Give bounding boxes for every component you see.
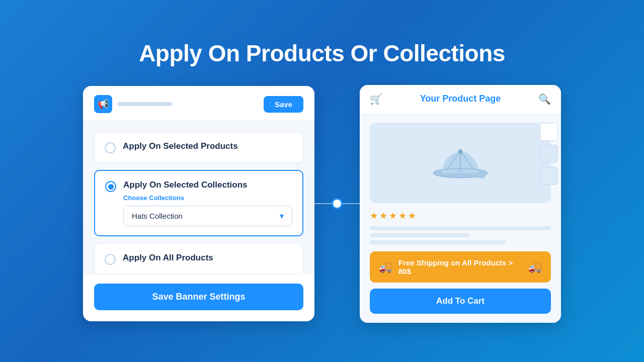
truck-icon-right: 🚚 <box>528 260 542 274</box>
radio-inner-3: Apply On All Products <box>123 253 293 263</box>
content-line-1 <box>370 226 551 230</box>
option-all-products[interactable]: Apply On All Products <box>94 243 303 275</box>
header-left: 📢 <box>94 95 173 113</box>
star-4: ★ <box>398 210 407 221</box>
right-card: 🛒 Your Product Page 🔍 <box>360 85 561 323</box>
chevron-down-icon: ▾ <box>280 211 284 221</box>
product-thumbnails <box>540 123 558 185</box>
connector-dot <box>332 198 343 209</box>
cards-container: 📢 Save Apply On Selected Products Apply … <box>83 85 561 323</box>
header-icon-box: 📢 <box>94 95 112 113</box>
shipping-text: Free Shipping on All Products > 80$ <box>398 258 522 276</box>
option-label-2: Apply On Selected Collections <box>123 180 248 190</box>
stars-row: ★ ★ ★ ★ ★ <box>370 210 551 221</box>
radio-inner-1: Apply On Selected Products <box>123 141 293 151</box>
radio-unselected-3[interactable] <box>105 254 116 265</box>
save-button[interactable]: Save <box>264 96 303 113</box>
content-lines <box>370 226 551 244</box>
thumbnail-3[interactable] <box>540 167 558 185</box>
option-label-1: Apply On Selected Products <box>123 141 238 151</box>
header-line <box>117 102 173 106</box>
svg-point-1 <box>458 149 462 154</box>
card-header: 📢 Save <box>83 86 314 121</box>
option-selected-collections[interactable]: Apply On Selected Collections Choose Col… <box>94 170 303 236</box>
radio-inner-2: Apply On Selected Collections Choose Col… <box>123 180 292 226</box>
content-line-2 <box>370 233 469 237</box>
right-card-header: 🛒 Your Product Page 🔍 <box>360 85 561 114</box>
star-1: ★ <box>370 210 378 221</box>
thumbnail-1[interactable] <box>540 123 558 141</box>
truck-icon-left: 🚚 <box>379 260 392 274</box>
search-icon: 🔍 <box>538 93 551 105</box>
star-2: ★ <box>379 210 387 221</box>
card-body: Apply On Selected Products Apply On Sele… <box>83 121 314 275</box>
megaphone-icon: 📢 <box>98 99 109 110</box>
shipping-banner: 🚚 Free Shipping on All Products > 80$ 🚚 <box>370 251 551 283</box>
content-line-3 <box>370 240 506 244</box>
radio-unselected-1[interactable] <box>105 142 116 153</box>
choose-collections-label: Choose Collections <box>123 194 292 202</box>
page-title: Apply On Products Or Collections <box>139 40 505 67</box>
hat-illustration <box>430 138 491 188</box>
add-to-cart-button[interactable]: Add To Cart <box>370 289 551 314</box>
connector <box>314 203 360 204</box>
collection-dropdown[interactable]: Hats Collection ▾ <box>123 206 292 226</box>
product-page-title: Your Product Page <box>382 94 538 104</box>
star-5: ★ <box>408 210 416 221</box>
product-image-area <box>370 123 551 203</box>
radio-checked-2[interactable] <box>105 181 116 192</box>
left-card: 📢 Save Apply On Selected Products Apply … <box>83 86 314 321</box>
cart-icon: 🛒 <box>370 93 382 105</box>
dropdown-value: Hats Collection <box>132 212 183 220</box>
right-card-body: ★ ★ ★ ★ ★ 🚚 Free Shipping on All Product… <box>360 114 561 323</box>
option-label-3: Apply On All Products <box>123 253 213 262</box>
thumbnail-2[interactable] <box>540 145 558 163</box>
star-3: ★ <box>389 210 397 221</box>
save-banner-button[interactable]: Save Banner Settings <box>94 284 303 310</box>
option-selected-products[interactable]: Apply On Selected Products <box>94 132 303 163</box>
